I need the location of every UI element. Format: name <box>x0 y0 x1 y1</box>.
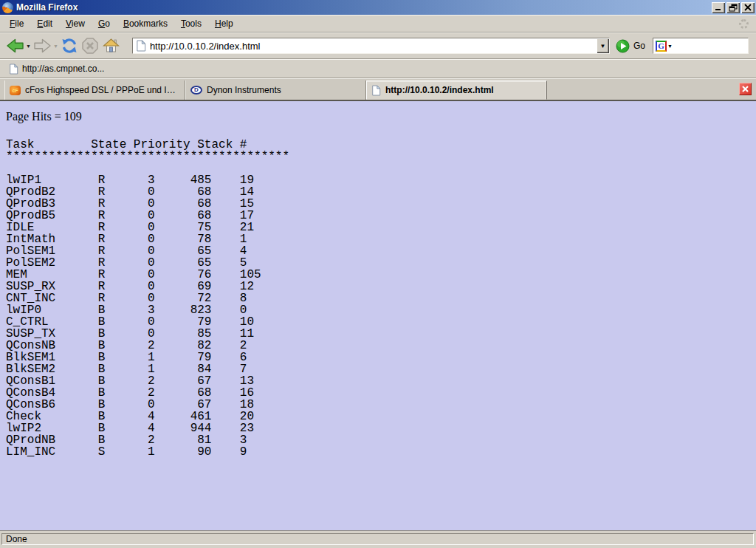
back-arrow-icon <box>5 37 25 55</box>
status-panel: Done <box>1 533 754 545</box>
throbber-icon <box>739 19 749 29</box>
url-bar: ▼ <box>132 38 610 54</box>
reload-button[interactable] <box>59 35 80 56</box>
tab-label: http://10.0.10.2/index.html <box>385 85 494 95</box>
minimize-icon <box>714 4 723 11</box>
restore-icon <box>729 4 738 12</box>
close-tab-button[interactable] <box>739 83 752 95</box>
bookmarks-toolbar: http://as.cmpnet.co... <box>0 59 756 78</box>
cfos-icon: cF <box>10 86 21 95</box>
close-button[interactable] <box>741 2 755 13</box>
menu-view[interactable]: View <box>59 16 92 31</box>
bookmark-item[interactable]: http://as.cmpnet.co... <box>6 62 107 76</box>
forward-dropdown-caret[interactable]: ▼ <box>53 44 58 49</box>
menu-edit[interactable]: Edit <box>30 16 59 31</box>
stop-button[interactable] <box>80 35 100 56</box>
status-text: Done <box>6 534 27 544</box>
close-tab-x-icon <box>741 85 749 93</box>
menu-tools[interactable]: Tools <box>174 16 208 31</box>
dynon-icon: D <box>190 86 202 95</box>
search-engine-caret[interactable]: ▼ <box>667 44 673 49</box>
window-title: Mozilla Firefox <box>16 2 710 13</box>
menubar: File Edit View Go Bookmarks Tools Help <box>0 15 756 32</box>
page-hits-text: Page Hits = 109 <box>6 110 750 123</box>
tab-label: Dynon Instruments <box>207 85 281 95</box>
home-button[interactable] <box>100 35 122 56</box>
tab-index-html-active[interactable]: http://10.0.10.2/index.html <box>366 81 547 100</box>
titlebar: Mozilla Firefox <box>0 0 756 15</box>
firefox-logo-icon <box>2 2 13 13</box>
page-icon <box>9 64 18 75</box>
tab-cfos[interactable]: cF cFos Highspeed DSL / PPPoE und ISDN C… <box>4 81 185 100</box>
go-icon <box>616 39 630 53</box>
forward-arrow-icon <box>32 37 52 55</box>
menu-bookmarks[interactable]: Bookmarks <box>117 16 174 31</box>
forward-button[interactable]: ▼ <box>32 35 59 56</box>
menu-go[interactable]: Go <box>92 16 117 31</box>
task-table: Task State Priority Stack # ************… <box>6 139 750 458</box>
close-icon <box>743 4 752 11</box>
bookmark-label: http://as.cmpnet.co... <box>22 64 104 74</box>
page-icon <box>371 85 381 96</box>
go-button[interactable]: Go <box>616 39 645 53</box>
restore-button[interactable] <box>726 2 740 13</box>
nav-toolbar: ▼ ▼ <box>0 32 756 59</box>
search-box: G ▼ <box>653 38 749 54</box>
tab-bar: cF cFos Highspeed DSL / PPPoE und ISDN C… <box>0 78 756 101</box>
page-icon <box>136 40 146 52</box>
browser-viewport: Page Hits = 109 Task State Priority Stac… <box>0 101 756 530</box>
menu-file[interactable]: File <box>3 16 30 31</box>
menu-help[interactable]: Help <box>208 16 240 31</box>
url-input[interactable] <box>146 41 597 52</box>
back-button[interactable]: ▼ <box>4 35 32 56</box>
search-input[interactable] <box>673 41 746 51</box>
google-search-icon[interactable]: G <box>656 41 667 52</box>
back-dropdown-caret[interactable]: ▼ <box>26 44 31 49</box>
home-icon <box>101 37 121 55</box>
stop-icon <box>80 37 100 55</box>
minimize-button[interactable] <box>712 2 725 13</box>
tab-label: cFos Highspeed DSL / PPPoE und ISDN CAP.… <box>25 85 180 95</box>
go-label: Go <box>633 41 645 51</box>
reload-icon <box>60 37 79 55</box>
status-bar: Done <box>0 530 756 548</box>
url-dropdown-button[interactable]: ▼ <box>597 38 609 53</box>
tab-dynon[interactable]: D Dynon Instruments <box>185 81 366 100</box>
